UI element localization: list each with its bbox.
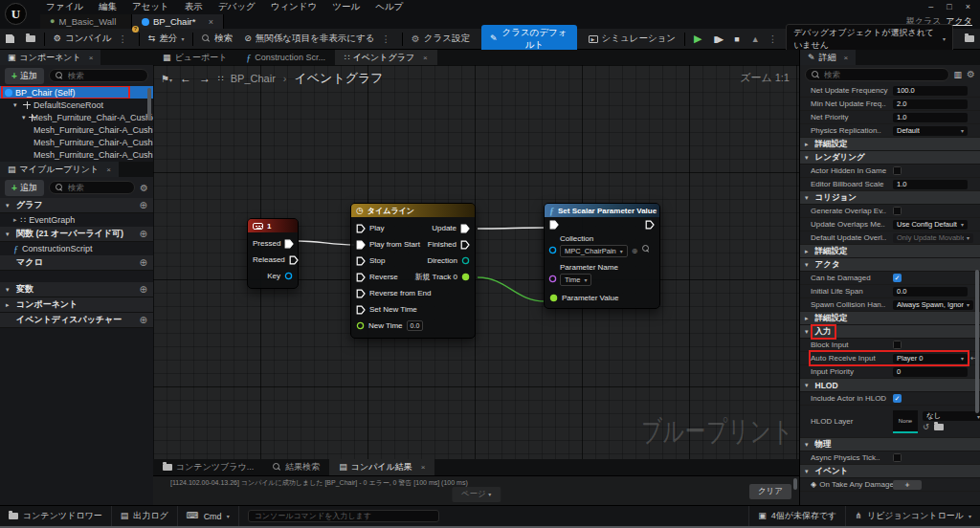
details-section[interactable]: ▾イベント <box>800 465 980 478</box>
detail-dropdown[interactable]: Player 0▾ <box>893 354 968 363</box>
tab-コンテンツブラウ...[interactable]: コンテンツブラウ... <box>153 459 263 475</box>
hlod-thumbnail[interactable]: None <box>893 410 918 433</box>
display-filter-icon[interactable]: ▥ <box>954 71 963 79</box>
pin-value-input[interactable]: 0.0 <box>407 320 424 331</box>
close-icon[interactable]: × <box>423 54 428 62</box>
detail-checkbox[interactable]: ✓ <box>893 394 902 403</box>
details-section[interactable]: ▸詳細設定 <box>800 138 980 151</box>
play-button[interactable]: ▶ <box>688 29 707 49</box>
close-icon[interactable]: × <box>421 463 426 472</box>
menu-アセット[interactable]: アセット <box>124 1 177 13</box>
exec-pin[interactable] <box>460 224 470 233</box>
detail-checkbox[interactable] <box>893 453 902 462</box>
menu-編集[interactable]: 編集 <box>91 1 124 13</box>
page-dropdown-button[interactable]: ページ ▾ <box>452 487 501 502</box>
components-search-input[interactable] <box>68 71 142 80</box>
hide-unrelated-options-icon[interactable]: ⋮ <box>378 33 393 44</box>
close-icon[interactable]: × <box>844 54 849 62</box>
exec-pin[interactable] <box>645 220 655 230</box>
breadcrumb-asset[interactable]: BP_Chair <box>231 73 276 84</box>
tree-row[interactable]: Mesh_Furniture_Chair-A_Cushion <box>0 136 153 148</box>
tree-row[interactable]: ▾Mesh_Furniture_Chair-A_Cushion <box>0 111 153 123</box>
back-arrow-icon[interactable]: ← <box>180 72 191 85</box>
tab-結果検索[interactable]: 結果検索 <box>263 459 329 475</box>
exec-pin[interactable] <box>356 224 366 233</box>
node-set-scalar-parameter-value[interactable]: ƒSet Scalar Parameter ValueCollectionMPC… <box>544 203 660 309</box>
details-section[interactable]: ▾アクタ <box>800 258 980 272</box>
detail-checkbox[interactable] <box>893 341 902 349</box>
add-blueprint-item-button[interactable]: +追加 <box>5 180 44 196</box>
menu-デバッグ[interactable]: デバッグ <box>211 1 263 13</box>
details-search-input[interactable] <box>824 70 943 79</box>
Collection-dropdown[interactable]: MPC_ChairPain▾ <box>560 245 628 257</box>
float-pin[interactable] <box>461 273 470 281</box>
close-icon[interactable]: × <box>89 54 94 62</box>
clear-button[interactable]: クリア <box>749 484 791 499</box>
hide-unrelated-button[interactable]: ⊘無関係な項目を非表示にする⋮ <box>238 29 399 49</box>
minimize-button[interactable]: – <box>928 2 933 11</box>
expander-icon[interactable]: ▾ <box>13 101 20 109</box>
maximize-button[interactable]: □ <box>947 2 951 11</box>
exec-pin[interactable] <box>356 240 366 250</box>
menu-ツール[interactable]: ツール <box>324 1 368 13</box>
details-section[interactable]: ▾入力 <box>800 325 980 339</box>
components-scrollbar[interactable] <box>147 88 151 121</box>
myblueprint-search[interactable] <box>49 181 135 194</box>
myblueprint-section[interactable]: ▾変数⊕ <box>0 282 153 297</box>
detail-value-input[interactable]: 100.0 <box>893 86 968 96</box>
output-log-button[interactable]: ▤出力ログ <box>112 506 178 526</box>
Parameter Name-dropdown[interactable]: Time▾ <box>560 274 591 286</box>
eject-button[interactable]: ▲ <box>746 29 766 49</box>
details-section[interactable]: ▾レンダリング <box>800 151 980 165</box>
detail-dropdown[interactable]: Only Update Movable▾ <box>893 233 973 243</box>
node-header[interactable]: ◷タイムライン <box>351 204 475 217</box>
tab-イベントグラフ[interactable]: ∷イベントグラフ× <box>335 50 437 65</box>
details-section[interactable]: ▾HLOD <box>800 379 980 392</box>
exec-pin[interactable] <box>549 220 559 230</box>
add-circle-icon[interactable]: ⊕ <box>140 315 147 325</box>
detail-checkbox[interactable] <box>893 207 902 215</box>
myblueprint-section[interactable]: ▾関数 (21 オーバーライド可)⊕ <box>0 227 153 242</box>
expander-icon[interactable]: ▸ <box>6 301 12 309</box>
detail-value-input[interactable]: 2.0 <box>893 99 968 109</box>
forward-arrow-icon[interactable]: → <box>199 72 211 85</box>
use-selected-asset-icon[interactable]: ↺ <box>923 423 929 431</box>
details-section[interactable]: ▸詳細設定 <box>800 312 980 325</box>
node-header[interactable]: ƒSet Scalar Parameter Value <box>545 204 659 217</box>
close-icon[interactable]: × <box>106 165 111 174</box>
myblueprint-section[interactable]: マクロ⊕ <box>0 255 153 271</box>
content-drawer-button[interactable]: コンテンツドロワー <box>0 506 112 526</box>
breadcrumb-graph[interactable]: イベントグラフ <box>294 70 383 87</box>
detail-dropdown[interactable]: Always Spawn, Ignore Coll▾ <box>893 300 973 310</box>
add-circle-icon[interactable]: ⊕ <box>140 284 147 295</box>
details-scrollbar[interactable] <box>975 270 979 413</box>
save-button[interactable] <box>0 29 20 49</box>
revision-control-button[interactable]: ⋔リビジョンコントロール▾ <box>845 506 980 526</box>
gear-icon[interactable]: ⚙ <box>140 183 148 193</box>
expander-icon[interactable]: ▾ <box>6 202 12 209</box>
detail-value-input[interactable]: 1.0 <box>893 113 968 122</box>
stop-button[interactable]: ■ <box>728 29 745 49</box>
add-circle-icon[interactable]: ⊕ <box>140 257 147 268</box>
node-input-key-1[interactable]: 1PressedReleasedKey <box>247 218 299 289</box>
detail-value-input[interactable]: 0 <box>893 367 968 377</box>
simulation-button[interactable]: ▶シミュレーション <box>583 29 682 49</box>
myblueprint-search-input[interactable] <box>68 183 128 192</box>
expander-icon[interactable]: ▸ <box>13 216 17 224</box>
exec-pin[interactable] <box>356 305 366 315</box>
tab-Construction Scr...[interactable]: ƒConstruction Scr... <box>236 50 335 65</box>
myblueprint-section[interactable]: ▸コンポーネント <box>0 297 153 313</box>
compile-button[interactable]: ⚙?コンパイル⋮ <box>48 29 136 49</box>
detail-dropdown[interactable]: Use Config Default▾ <box>893 220 968 230</box>
object-pin[interactable] <box>548 246 557 254</box>
compile-options-icon[interactable]: ⋮ <box>116 33 131 44</box>
add-circle-icon[interactable]: ⊕ <box>140 200 147 210</box>
enum-pin[interactable] <box>461 256 470 265</box>
float-pin[interactable] <box>549 294 558 302</box>
menu-ファイル[interactable]: ファイル <box>38 1 91 13</box>
myblueprint-section[interactable]: イベントディスパッチャー⊕ <box>0 313 153 328</box>
class-settings-button[interactable]: ⚙クラス設定 <box>406 29 476 49</box>
browse-icon[interactable] <box>934 424 944 430</box>
object-pin[interactable] <box>284 272 293 280</box>
frame-skip-button[interactable]: ▮▶ <box>707 29 728 49</box>
